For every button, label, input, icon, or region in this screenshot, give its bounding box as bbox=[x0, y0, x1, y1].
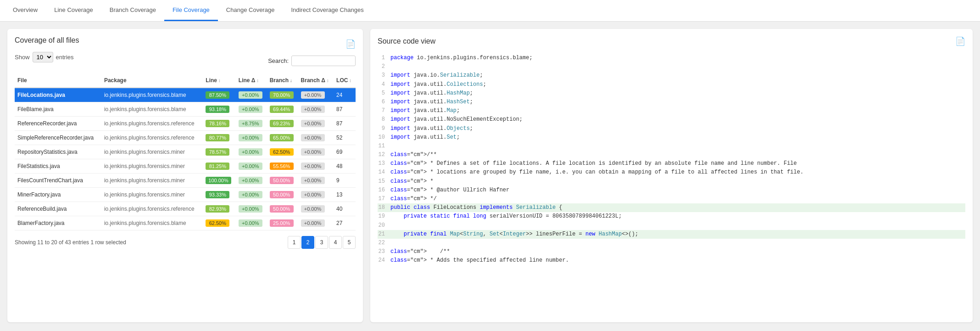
cell-file: BlamerFactory.java bbox=[15, 216, 101, 230]
table-row[interactable]: RepositoryStatistics.javaio.jenkins.plug… bbox=[15, 145, 356, 159]
cell-package: io.jenkins.plugins.forensics.miner bbox=[101, 188, 203, 202]
cell-branch-delta: +0.00% bbox=[298, 145, 334, 159]
table-row[interactable]: FileLocations.javaio.jenkins.plugins.for… bbox=[15, 88, 356, 102]
cell-line-delta: +0.00% bbox=[236, 174, 267, 188]
nav-tab-branch-coverage[interactable]: Branch Coverage bbox=[101, 0, 164, 21]
code-line: 12class="cm">/** bbox=[378, 151, 965, 159]
entries-select[interactable]: 10 25 50 bbox=[33, 52, 53, 62]
nav-tab-indirect-coverage[interactable]: Indirect Coverage Changes bbox=[283, 0, 372, 21]
cell-line-delta: +0.00% bbox=[236, 216, 267, 230]
cell-branch-delta: +0.00% bbox=[298, 202, 334, 216]
table-row[interactable]: FileStatistics.javaio.jenkins.plugins.fo… bbox=[15, 159, 356, 174]
cell-branch: 69.44% bbox=[267, 102, 298, 117]
cell-loc: 24 bbox=[334, 88, 356, 102]
show-label: Show bbox=[15, 54, 30, 61]
col-branch-delta[interactable]: Branch Δ bbox=[298, 73, 334, 88]
cell-file: MinerFactory.java bbox=[15, 188, 101, 202]
main-layout: Coverage of all files 📄 Show 10 25 50 en… bbox=[0, 22, 980, 330]
page-btn-3[interactable]: 3 bbox=[315, 236, 328, 249]
cell-branch-delta: +0.00% bbox=[298, 174, 334, 188]
col-package[interactable]: Package bbox=[101, 73, 203, 88]
cell-line: 78.16% bbox=[203, 117, 236, 131]
line-code: package io.jenkins.plugins.forensics.bla… bbox=[390, 54, 533, 62]
col-branch[interactable]: Branch bbox=[267, 73, 298, 88]
code-line: 7import java.util.Map; bbox=[378, 107, 965, 115]
entries-label: entries bbox=[56, 54, 74, 61]
line-number: 6 bbox=[378, 98, 390, 107]
nav-tab-change-coverage[interactable]: Change Coverage bbox=[218, 0, 283, 21]
cell-package: io.jenkins.plugins.forensics.miner bbox=[101, 159, 203, 174]
col-file[interactable]: File bbox=[15, 73, 101, 88]
code-line: 19 private static final long serialVersi… bbox=[378, 212, 965, 221]
line-number: 3 bbox=[378, 71, 390, 80]
page-btn-1[interactable]: 1 bbox=[288, 236, 301, 249]
cell-loc: 87 bbox=[334, 102, 356, 117]
page-btn-5[interactable]: 5 bbox=[343, 236, 356, 249]
nav-tab-file-coverage[interactable]: File Coverage bbox=[164, 0, 218, 21]
page-btn-2[interactable]: 2 bbox=[301, 236, 314, 249]
code-line: 22 bbox=[378, 239, 965, 247]
cell-loc: 27 bbox=[334, 216, 356, 230]
col-loc[interactable]: LOC bbox=[334, 73, 356, 88]
line-code: import java.util.Collections; bbox=[390, 80, 486, 89]
cell-line-delta: +0.00% bbox=[236, 102, 267, 117]
cell-branch-delta: +0.00% bbox=[298, 216, 334, 230]
cell-line-delta: +0.00% bbox=[236, 202, 267, 216]
line-number: 24 bbox=[378, 256, 390, 265]
table-row[interactable]: FileBlame.javaio.jenkins.plugins.forensi… bbox=[15, 102, 356, 117]
cell-line: 87.50% bbox=[203, 88, 236, 102]
cell-branch-delta: +0.00% bbox=[298, 88, 334, 102]
table-row[interactable]: ReferenceRecorder.javaio.jenkins.plugins… bbox=[15, 117, 356, 131]
col-line-delta[interactable]: Line Δ bbox=[236, 73, 267, 88]
cell-branch: 69.23% bbox=[267, 117, 298, 131]
cell-package: io.jenkins.plugins.forensics.reference bbox=[101, 131, 203, 145]
col-line[interactable]: Line bbox=[203, 73, 236, 88]
line-code: import java.util.Set; bbox=[390, 133, 460, 142]
nav-tab-overview[interactable]: Overview bbox=[5, 0, 46, 21]
cell-package: io.jenkins.plugins.forensics.blame bbox=[101, 88, 203, 102]
line-number: 19 bbox=[378, 212, 390, 221]
code-line: 20 bbox=[378, 221, 965, 230]
line-number: 2 bbox=[378, 62, 390, 71]
cell-branch-delta: +0.00% bbox=[298, 131, 334, 145]
source-icon: 📄 bbox=[955, 36, 965, 46]
line-number: 13 bbox=[378, 159, 390, 168]
code-area[interactable]: 1package io.jenkins.plugins.forensics.bl… bbox=[378, 54, 965, 265]
table-row[interactable]: ReferenceBuild.javaio.jenkins.plugins.fo… bbox=[15, 202, 356, 216]
line-code: import java.util.NoSuchElementException; bbox=[390, 115, 523, 124]
cell-file: ReferenceBuild.java bbox=[15, 202, 101, 216]
table-row[interactable]: MinerFactory.javaio.jenkins.plugins.fore… bbox=[15, 188, 356, 202]
search-label: Search: bbox=[268, 57, 289, 64]
cell-package: io.jenkins.plugins.forensics.miner bbox=[101, 145, 203, 159]
line-number: 8 bbox=[378, 115, 390, 124]
search-input[interactable] bbox=[291, 56, 356, 66]
line-code: import java.util.HashMap; bbox=[390, 89, 473, 98]
table-row[interactable]: FilesCountTrendChart.javaio.jenkins.plug… bbox=[15, 174, 356, 188]
nav-tab-line-coverage[interactable]: Line Coverage bbox=[46, 0, 101, 21]
cell-branch: 65.00% bbox=[267, 131, 298, 145]
line-number: 11 bbox=[378, 142, 390, 151]
show-entries: Show 10 25 50 entries bbox=[15, 52, 74, 62]
line-code: class="cm"> * Adds the specified affecte… bbox=[390, 256, 569, 265]
controls-row: Show 10 25 50 entries Search: bbox=[15, 52, 356, 70]
line-code: class="cm"> * bbox=[390, 177, 434, 186]
top-navigation: OverviewLine CoverageBranch CoverageFile… bbox=[0, 0, 980, 22]
code-line: 5import java.util.HashMap; bbox=[378, 89, 965, 98]
line-number: 20 bbox=[378, 221, 390, 230]
code-line: 17class="cm"> */ bbox=[378, 195, 965, 203]
line-number: 21 bbox=[378, 230, 390, 239]
table-row[interactable]: BlamerFactory.javaio.jenkins.plugins.for… bbox=[15, 216, 356, 230]
table-row[interactable]: SimpleReferenceRecorder.javaio.jenkins.p… bbox=[15, 131, 356, 145]
cell-package: io.jenkins.plugins.forensics.reference bbox=[101, 117, 203, 131]
cell-file: RepositoryStatistics.java bbox=[15, 145, 101, 159]
cell-branch: 55.56% bbox=[267, 159, 298, 174]
cell-file: FileBlame.java bbox=[15, 102, 101, 117]
code-line: 1package io.jenkins.plugins.forensics.bl… bbox=[378, 54, 965, 62]
line-number: 23 bbox=[378, 247, 390, 256]
code-line: 2 bbox=[378, 62, 965, 71]
cell-branch: 62.50% bbox=[267, 145, 298, 159]
cell-line-delta: +0.00% bbox=[236, 145, 267, 159]
cell-file: FileLocations.java bbox=[15, 88, 101, 102]
table-header-row: File Package Line Line Δ Branch Branch Δ… bbox=[15, 73, 356, 88]
page-btn-4[interactable]: 4 bbox=[329, 236, 342, 249]
